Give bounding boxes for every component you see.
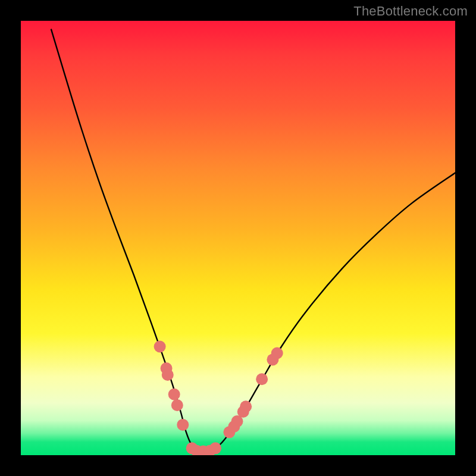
watermark-text: TheBottleneck.com: [353, 4, 468, 19]
chart-frame: TheBottleneck.com: [0, 0, 476, 476]
plot-area: [21, 21, 455, 455]
